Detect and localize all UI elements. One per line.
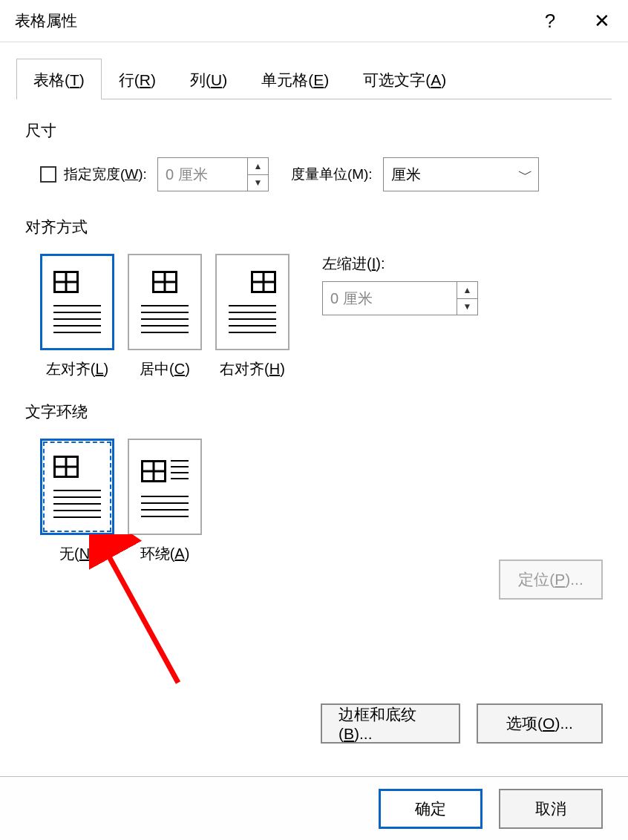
size-row: 指定宽度(W): 0 厘米 ▲ ▼ 度量单位(M): 厘米 ﹀ xyxy=(25,157,603,191)
checkbox-icon xyxy=(40,166,56,183)
svg-line-1 xyxy=(102,545,178,683)
spinner-buttons[interactable]: ▲ ▼ xyxy=(457,282,477,315)
indent-value: 0 厘米 xyxy=(330,289,373,309)
chevron-down-icon: ﹀ xyxy=(513,158,538,191)
align-center-label: 居中(C) xyxy=(128,359,202,379)
wrap-none-label: 无(N) xyxy=(40,544,114,564)
wrap-none-option[interactable] xyxy=(40,439,114,535)
align-left-option[interactable] xyxy=(40,254,114,350)
positioning-button: 定位(P)... xyxy=(499,560,603,600)
align-left-label: 左对齐(L) xyxy=(40,359,114,379)
width-spinner[interactable]: 0 厘米 ▲ ▼ xyxy=(157,157,269,191)
spin-up-icon[interactable]: ▲ xyxy=(248,158,268,175)
spin-up-icon[interactable]: ▲ xyxy=(457,282,477,299)
group-size-label: 尺寸 xyxy=(25,120,603,141)
cancel-button[interactable]: 取消 xyxy=(499,789,603,829)
titlebar: 表格属性 ? ✕ xyxy=(0,0,628,42)
indent-label: 左缩进(I): xyxy=(322,254,478,274)
dialog-footer: 确定 取消 xyxy=(0,776,628,840)
align-center-option[interactable] xyxy=(128,254,202,350)
tab-cell[interactable]: 单元格(E) xyxy=(244,59,346,99)
tab-alttext[interactable]: 可选文字(A) xyxy=(346,59,463,99)
close-button[interactable]: ✕ xyxy=(576,0,628,42)
spin-down-icon[interactable]: ▼ xyxy=(457,299,477,315)
spin-down-icon[interactable]: ▼ xyxy=(248,175,268,191)
indent-group: 左缩进(I): 0 厘米 ▲ ▼ xyxy=(322,254,478,315)
align-right-label: 右对齐(H) xyxy=(215,359,290,379)
wrap-options: 无(N) 环绕(A) xyxy=(40,439,202,564)
help-button[interactable]: ? xyxy=(524,0,576,42)
specify-width-checkbox[interactable]: 指定宽度(W): xyxy=(40,165,147,184)
wrap-around-label: 环绕(A) xyxy=(128,544,202,564)
borders-shading-button[interactable]: 边框和底纹(B)... xyxy=(321,703,460,744)
unit-label: 度量单位(M): xyxy=(291,165,373,184)
tab-column[interactable]: 列(U) xyxy=(173,59,244,99)
alignment-options: 左对齐(L) 居中(C) 右对齐(H) xyxy=(40,254,290,379)
ok-button[interactable]: 确定 xyxy=(379,789,483,829)
group-align-label: 对齐方式 xyxy=(25,217,603,237)
width-value: 0 厘米 xyxy=(166,165,208,185)
unit-value: 厘米 xyxy=(391,165,421,185)
options-button[interactable]: 选项(O)... xyxy=(477,703,603,744)
align-right-option[interactable] xyxy=(215,254,290,350)
spinner-buttons[interactable]: ▲ ▼ xyxy=(247,158,268,191)
tab-table[interactable]: 表格(T) xyxy=(16,59,102,99)
tab-row[interactable]: 行(R) xyxy=(102,59,173,99)
unit-select[interactable]: 厘米 ﹀ xyxy=(383,157,539,191)
dialog-title: 表格属性 xyxy=(15,10,524,31)
bottom-buttons: 边框和底纹(B)... 选项(O)... xyxy=(321,703,603,744)
tab-panel-table: 尺寸 指定宽度(W): 0 厘米 ▲ ▼ 度量单位(M): 厘米 ﹀ 对齐方式 … xyxy=(0,99,628,564)
wrap-around-option[interactable] xyxy=(128,439,202,535)
tab-bar: 表格(T) 行(R) 列(U) 单元格(E) 可选文字(A) xyxy=(0,42,628,99)
indent-spinner[interactable]: 0 厘米 ▲ ▼ xyxy=(322,281,478,315)
group-wrap-label: 文字环绕 xyxy=(25,401,603,422)
